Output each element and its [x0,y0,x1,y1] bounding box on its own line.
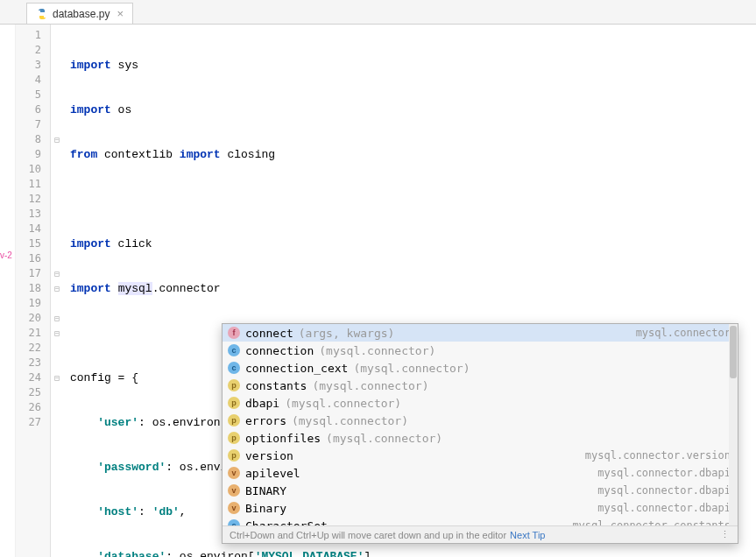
completion-item[interactable]: vapilevelmysql.connector.dbapi [223,464,738,482]
completion-list[interactable]: fconnect (args, kwargs)mysql.connectorcc… [223,324,738,525]
completion-item-signature: (mysql.connector) [326,432,442,445]
fold-toggle-icon[interactable]: ⊟ [51,311,63,326]
completion-item-package: mysql.connector.dbapi [597,484,731,497]
line-number[interactable]: 22 [16,341,50,356]
completion-item[interactable]: vBinarymysql.connector.dbapi [223,499,738,517]
line-number[interactable]: 25 [16,385,50,400]
line-number[interactable]: 11 [16,177,50,192]
completion-item[interactable]: perrors (mysql.connector) [223,412,738,429]
completion-item-package: mysql.connector.constants [572,519,731,525]
completion-item-name: Binary [245,502,286,515]
completion-item-name: optionfiles [245,432,321,445]
tab-filename: database.py [53,8,110,20]
line-number[interactable]: 3 [16,58,50,73]
python-file-icon [36,8,48,20]
completion-item-name: version [245,449,293,462]
line-number[interactable]: 10 [16,162,50,177]
completion-item-signature: (mysql.connector) [353,362,470,375]
completion-item-package: mysql.connector.version [585,449,731,462]
completion-item[interactable]: cCharacterSetmysql.connector.constants [223,517,738,525]
completion-item[interactable]: vBINARYmysql.connector.dbapi [223,482,738,499]
line-number[interactable]: 1 [16,28,50,43]
line-number[interactable]: 2 [16,43,50,58]
line-number[interactable]: 7 [16,117,50,132]
next-tip-link[interactable]: Next Tip [510,530,545,540]
completion-item-name: constants [245,379,307,392]
line-number[interactable]: 17 [16,266,50,281]
package-icon: p [228,449,240,462]
completion-item-name: connect [245,327,293,340]
line-number[interactable]: 13 [16,207,50,222]
completion-scrollbar[interactable] [729,324,738,525]
line-number[interactable]: 24 [16,370,50,385]
class-icon: c [228,519,240,525]
line-number[interactable]: 16 [16,251,50,266]
package-icon: p [228,397,240,409]
completion-item[interactable]: cconnection_cext (mysql.connector) [223,359,738,377]
completion-item-name: connection_cext [245,362,348,375]
line-number[interactable]: 4 [16,73,50,88]
completion-item-name: apilevel [245,467,300,480]
completion-item[interactable]: cconnection (mysql.connector) [223,342,738,359]
completion-item[interactable]: pconstants (mysql.connector) [223,377,738,394]
fold-toggle-icon[interactable]: ⊟ [51,326,63,341]
line-number[interactable]: 21 [16,326,50,341]
line-number[interactable]: 23 [16,356,50,370]
package-icon: p [228,432,240,444]
line-number[interactable]: 5 [16,88,50,102]
fold-toggle-icon[interactable]: ⊟ [51,370,63,385]
function-icon: f [228,327,240,339]
class-icon: c [228,344,240,356]
fold-toggle-icon[interactable]: ⊟ [51,132,63,147]
completion-item[interactable]: poptionfiles (mysql.connector) [223,429,738,447]
line-number[interactable]: 26 [16,400,50,415]
line-number[interactable]: 14 [16,222,50,236]
line-number[interactable]: 19 [16,296,50,311]
line-number[interactable]: 6 [16,102,50,117]
line-number[interactable]: 27 [16,415,50,430]
variable-icon: v [228,467,240,479]
completion-item-name: CharacterSet [245,519,328,526]
package-icon: p [228,414,240,427]
completion-item-signature: (args, kwargs) [299,327,395,340]
line-number-gutter[interactable]: 1234567891011121314151617181920212223242… [16,25,51,557]
completion-hint: Ctrl+Down and Ctrl+Up will move caret do… [230,530,506,540]
scrollbar-thumb[interactable] [730,326,737,378]
completion-item-signature: (mysql.connector) [285,397,401,410]
tab-close-icon[interactable]: × [117,7,124,20]
fold-toggle-icon[interactable]: ⊟ [51,266,63,281]
line-number[interactable]: 20 [16,311,50,326]
completion-item-package: mysql.connector.dbapi [597,467,731,479]
completion-item-name: errors [245,414,286,427]
variable-icon: v [228,484,240,497]
completion-item[interactable]: fconnect (args, kwargs)mysql.connector [223,324,738,342]
completion-footer: Ctrl+Down and Ctrl+Up will move caret do… [223,525,738,543]
more-options-icon[interactable]: ⋮ [720,529,731,540]
fold-toggle-icon[interactable]: ⊟ [51,281,63,296]
line-number[interactable]: 8 [16,132,50,147]
completion-item-name: dbapi [245,397,279,410]
completion-item-package: mysql.connector [636,327,731,339]
package-icon: p [228,379,240,391]
fold-column[interactable]: ⊟⊟⊟⊟⊟⊟ [51,25,63,557]
code-completion-popup[interactable]: fconnect (args, kwargs)mysql.connectorcc… [222,323,738,544]
line-number[interactable]: 9 [16,147,50,162]
completion-item-package: mysql.connector.dbapi [597,502,731,514]
tab-bar: database.py × [0,0,756,25]
file-tab[interactable]: database.py × [26,3,133,24]
completion-item-signature: (mysql.connector) [312,379,428,392]
vcs-marker: v-2 [0,250,12,260]
class-icon: c [228,362,240,374]
line-number[interactable]: 12 [16,192,50,207]
variable-icon: v [228,502,240,514]
completion-item-name: BINARY [245,484,286,497]
completion-item-signature: (mysql.connector) [292,414,408,427]
completion-item-signature: (mysql.connector) [319,344,435,357]
completion-item-name: connection [245,344,314,357]
markers-column: v-2 [0,25,16,557]
line-number[interactable]: 18 [16,281,50,296]
completion-item[interactable]: pversionmysql.connector.version [223,447,738,464]
completion-item[interactable]: pdbapi (mysql.connector) [223,394,738,412]
line-number[interactable]: 15 [16,236,50,251]
